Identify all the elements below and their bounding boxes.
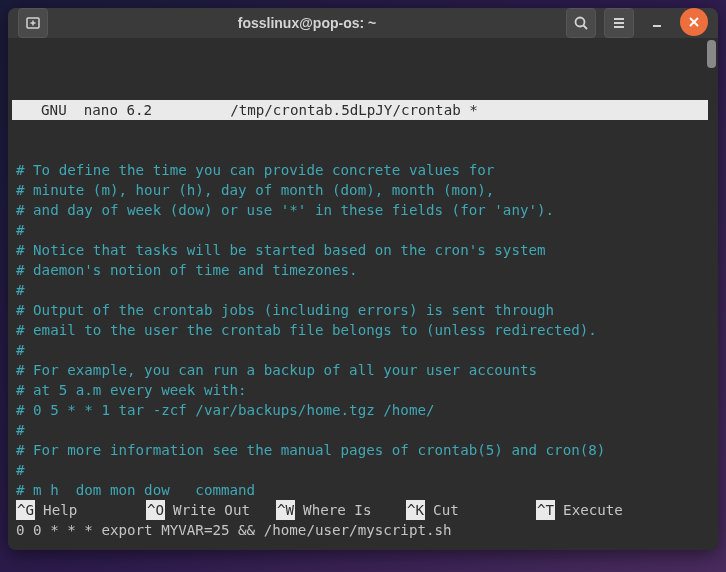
shortcut-item: ^KCut <box>406 500 536 520</box>
nano-file-path: /tmp/crontab.5dLpJY/crontab * <box>152 100 478 120</box>
nano-headerbar: GNU nano 6.2/tmp/crontab.5dLpJY/crontab … <box>12 100 708 120</box>
shortcut-label: Write Out <box>165 500 250 520</box>
comment-line: # <box>16 220 714 240</box>
close-button[interactable] <box>680 8 708 36</box>
comment-line: # daemon's notion of time and timezones. <box>16 260 714 280</box>
shortcut-key: ^K <box>406 500 425 520</box>
comment-line: # Notice that tasks will be started base… <box>16 240 714 260</box>
minimize-icon <box>649 15 665 31</box>
shortcut-label: Cut <box>425 500 459 520</box>
comment-line: # <box>16 340 714 360</box>
comment-line: # To define the time you can provide con… <box>16 160 714 180</box>
search-icon <box>573 15 589 31</box>
scrollbar-thumb[interactable] <box>707 40 716 68</box>
comment-line: # minute (m), hour (h), day of month (do… <box>16 180 714 200</box>
shortcut-key: ^G <box>16 500 35 520</box>
window-title: fosslinux@pop-os: ~ <box>56 15 558 31</box>
hamburger-icon <box>611 15 627 31</box>
nano-app-name: GNU nano 6.2 <box>12 100 152 120</box>
shortcut-key: ^T <box>536 500 555 520</box>
shortcut-label: Help <box>35 500 77 520</box>
search-button[interactable] <box>566 8 596 38</box>
shortcut-item: ^OWrite Out <box>146 500 276 520</box>
svg-point-3 <box>576 18 585 27</box>
shortcut-item: ^TExecute <box>536 500 666 520</box>
comment-line: # 0 5 * * 1 tar -zcf /var/backups/home.t… <box>16 400 714 420</box>
comment-line: # For example, you can run a backup of a… <box>16 360 714 380</box>
comment-line: # at 5 a.m every week with: <box>16 380 714 400</box>
comment-line: # Output of the crontab jobs (including … <box>16 300 714 320</box>
nano-shortcuts: ^GHelp^OWrite Out^WWhere Is^KCut^TExecut… <box>16 460 710 550</box>
comment-line: # For more information see the manual pa… <box>16 440 714 460</box>
minimize-button[interactable] <box>642 8 672 38</box>
terminal-window: fosslinux@pop-os: ~ GNU nano 6.2/tmp/cro… <box>8 8 718 550</box>
svg-line-4 <box>584 26 588 30</box>
shortcut-label: Where Is <box>295 500 371 520</box>
comment-line: # and day of week (dow) or use '*' in th… <box>16 200 714 220</box>
terminal-body[interactable]: GNU nano 6.2/tmp/crontab.5dLpJY/crontab … <box>8 38 718 550</box>
new-tab-button[interactable] <box>18 8 48 38</box>
menu-button[interactable] <box>604 8 634 38</box>
shortcut-key: ^W <box>276 500 295 520</box>
close-icon <box>688 16 700 28</box>
comment-line: # email to the user the crontab file bel… <box>16 320 714 340</box>
shortcut-row: ^GHelp^OWrite Out^WWhere Is^KCut^TExecut… <box>16 500 710 520</box>
shortcut-item: ^WWhere Is <box>276 500 406 520</box>
shortcut-key: ^O <box>146 500 165 520</box>
shortcut-label: Execute <box>555 500 623 520</box>
comment-line: # <box>16 420 714 440</box>
titlebar: fosslinux@pop-os: ~ <box>8 8 718 38</box>
shortcut-item: ^GHelp <box>16 500 146 520</box>
new-tab-icon <box>25 15 41 31</box>
comment-line: # <box>16 280 714 300</box>
